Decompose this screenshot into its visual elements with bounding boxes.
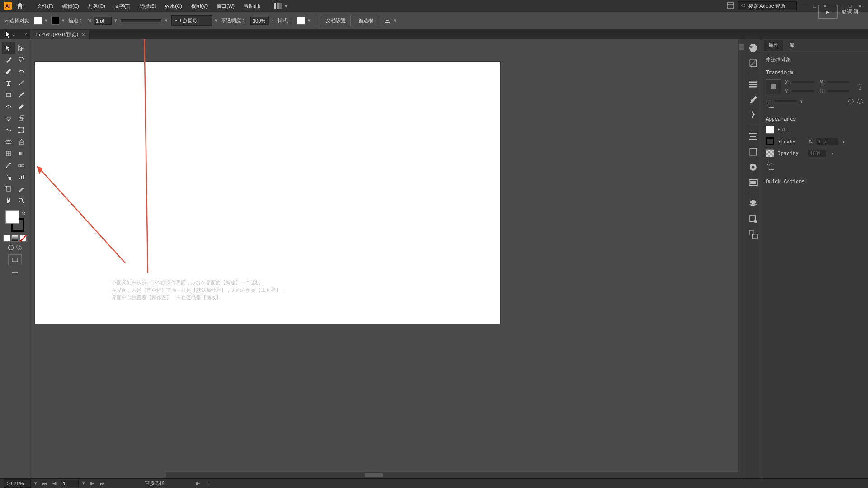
paintbrush-tool[interactable] bbox=[15, 89, 28, 101]
menu-window[interactable]: 窗口(W) bbox=[212, 0, 239, 12]
status-play[interactable]: ▶ bbox=[194, 480, 202, 487]
shape-builder-tool[interactable] bbox=[2, 136, 15, 148]
menu-type[interactable]: 文字(T) bbox=[110, 0, 135, 12]
x-value[interactable] bbox=[792, 81, 814, 83]
fill-color[interactable] bbox=[5, 210, 19, 224]
opacity-swatch[interactable] bbox=[766, 149, 774, 157]
width-tool[interactable] bbox=[2, 124, 15, 136]
draw-normal[interactable] bbox=[7, 244, 14, 252]
lasso-tool[interactable] bbox=[15, 54, 28, 66]
tab-close-icon[interactable]: × bbox=[82, 32, 85, 37]
flip-h-icon[interactable] bbox=[847, 98, 854, 104]
free-transform-tool[interactable] bbox=[15, 124, 28, 136]
scroll-thumb-v[interactable] bbox=[739, 44, 744, 50]
fill-control[interactable]: ▾ bbox=[34, 17, 48, 25]
flip-v-icon[interactable] bbox=[856, 98, 863, 104]
menu-edit[interactable]: 编辑(E) bbox=[58, 0, 84, 12]
first-artboard[interactable]: ⏮ bbox=[41, 480, 48, 487]
layers-panel-icon[interactable] bbox=[747, 198, 759, 210]
doc-minimize[interactable]: ─ bbox=[835, 2, 844, 9]
blend-tool[interactable] bbox=[15, 160, 28, 171]
fill-stroke-control[interactable]: ⤱ bbox=[4, 210, 26, 232]
draw-behind[interactable] bbox=[15, 244, 23, 252]
stroke-control[interactable]: ▾ bbox=[51, 17, 66, 25]
rectangle-tool[interactable] bbox=[2, 89, 15, 101]
align-control[interactable]: ▾ bbox=[384, 17, 397, 24]
style-control[interactable]: ▾ bbox=[297, 17, 311, 25]
edit-toolbar[interactable]: ••• bbox=[12, 269, 19, 276]
slice-tool[interactable] bbox=[15, 183, 28, 195]
prev-artboard[interactable]: ◀ bbox=[51, 480, 58, 487]
fx-label[interactable]: fx. bbox=[766, 161, 863, 167]
scroll-thumb-h[interactable] bbox=[365, 473, 383, 477]
line-tool[interactable] bbox=[15, 77, 28, 89]
transform-more[interactable]: ••• bbox=[766, 104, 863, 110]
brush-preset[interactable]: • 3 点圆形▾ bbox=[171, 15, 218, 26]
shaper-tool[interactable] bbox=[2, 101, 15, 113]
tab-close-first[interactable]: × bbox=[24, 32, 27, 37]
w-value[interactable] bbox=[827, 81, 849, 83]
hand-tool[interactable] bbox=[2, 195, 15, 206]
artboard-number[interactable]: 1 bbox=[61, 480, 79, 487]
appearance-panel-icon[interactable] bbox=[747, 161, 759, 173]
artboard-tool[interactable] bbox=[2, 183, 15, 195]
document-tab[interactable]: 36.26% (RGB/预览) × bbox=[30, 30, 89, 39]
fill-swatch[interactable] bbox=[34, 17, 42, 25]
opacity-value-panel[interactable]: 100% bbox=[808, 150, 826, 157]
canvas-area[interactable]: 下面我们来认识一下AI的操作界面，点击AI界面的【新建】一个画板， 在界面上方是… bbox=[30, 39, 745, 478]
stroke-swatch[interactable] bbox=[51, 17, 59, 25]
pen-tool[interactable] bbox=[2, 66, 15, 77]
appearance-more[interactable]: ••• bbox=[766, 167, 863, 172]
menu-object[interactable]: 对象(O) bbox=[84, 0, 110, 12]
artboards-panel-icon[interactable] bbox=[747, 229, 759, 240]
screen-mode[interactable] bbox=[8, 254, 22, 265]
stroke-swatch-panel[interactable] bbox=[766, 137, 774, 145]
workspace-icon[interactable] bbox=[727, 2, 734, 9]
color-mode-solid[interactable] bbox=[3, 235, 10, 242]
swatches-panel-icon[interactable] bbox=[747, 57, 759, 69]
y-value[interactable] bbox=[792, 90, 814, 92]
artboard[interactable]: 下面我们来认识一下AI的操作界面，点击AI界面的【新建】一个画板， 在界面上方是… bbox=[35, 62, 500, 324]
zoom-tool[interactable] bbox=[15, 195, 28, 206]
libraries-tab[interactable]: 库 bbox=[785, 40, 799, 51]
perspective-tool[interactable] bbox=[15, 136, 28, 148]
asset-export-panel-icon[interactable] bbox=[747, 213, 759, 225]
color-panel-icon[interactable] bbox=[747, 42, 759, 54]
preferences-button[interactable]: 首选项 bbox=[354, 15, 378, 26]
close-button[interactable]: ✕ bbox=[820, 2, 829, 9]
eyedropper-tool[interactable] bbox=[2, 160, 15, 171]
align-panel-icon[interactable] bbox=[747, 131, 759, 142]
app-icon[interactable]: Ai bbox=[4, 2, 12, 10]
next-artboard[interactable]: ▶ bbox=[89, 480, 96, 487]
document-setup-button[interactable]: 文档设置 bbox=[321, 15, 351, 26]
vertical-scrollbar[interactable] bbox=[738, 39, 745, 478]
symbols-panel-icon[interactable] bbox=[747, 109, 759, 121]
angle-value[interactable] bbox=[775, 100, 797, 102]
horizontal-scrollbar[interactable] bbox=[166, 472, 738, 478]
home-icon[interactable] bbox=[15, 1, 24, 10]
arrange-docs[interactable]: ▾ bbox=[274, 3, 288, 9]
menu-help[interactable]: 帮助(H) bbox=[239, 0, 265, 12]
opacity-control[interactable]: 100% › bbox=[250, 17, 275, 25]
maximize-button[interactable]: □ bbox=[810, 2, 819, 9]
stroke-panel-icon[interactable] bbox=[747, 79, 759, 90]
menu-file[interactable]: 文件(F) bbox=[33, 0, 58, 12]
graphic-styles-panel-icon[interactable] bbox=[747, 177, 759, 188]
h-value[interactable] bbox=[827, 90, 849, 92]
menu-effect[interactable]: 效果(C) bbox=[160, 0, 186, 12]
graph-tool[interactable] bbox=[15, 171, 28, 183]
curvature-tool[interactable] bbox=[15, 66, 28, 77]
reference-point[interactable] bbox=[766, 79, 781, 94]
properties-tab[interactable]: 属性 bbox=[764, 40, 783, 51]
var-width-profile[interactable] bbox=[121, 19, 161, 22]
doc-maximize[interactable]: □ bbox=[845, 2, 854, 9]
minimize-button[interactable]: ─ bbox=[800, 2, 809, 9]
type-tool[interactable] bbox=[2, 77, 15, 89]
mesh-tool[interactable] bbox=[2, 148, 15, 160]
zoom-level[interactable]: 36.26% bbox=[4, 479, 31, 488]
symbol-sprayer-tool[interactable] bbox=[2, 171, 15, 183]
eraser-tool[interactable] bbox=[15, 101, 28, 113]
stroke-weight-panel[interactable]: 1 pt bbox=[816, 138, 838, 145]
menu-select[interactable]: 选择(S) bbox=[135, 0, 161, 12]
color-mode-none[interactable] bbox=[19, 235, 27, 242]
